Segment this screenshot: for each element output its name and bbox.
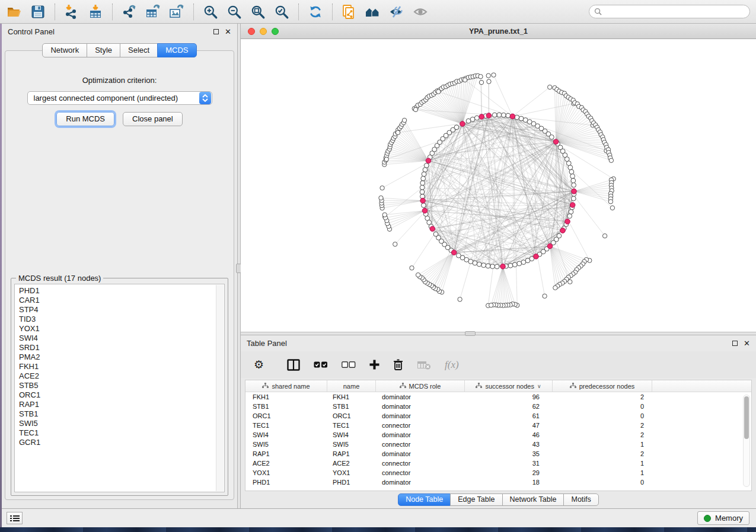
mcds-result-item[interactable]: STB5 xyxy=(19,381,224,390)
graph-node[interactable] xyxy=(479,80,483,84)
table-cell[interactable]: ORC1 xyxy=(327,412,376,419)
mcds-result-item[interactable]: SWI4 xyxy=(19,334,224,343)
refresh-icon[interactable] xyxy=(307,4,324,20)
zoom-out-icon[interactable] xyxy=(226,4,243,20)
close-panel-button[interactable]: Close panel xyxy=(123,112,183,126)
import-network-icon[interactable] xyxy=(63,4,80,20)
graph-node[interactable] xyxy=(521,260,526,265)
graph-node[interactable] xyxy=(463,78,467,82)
table-settings-icon[interactable]: ⚙ xyxy=(254,359,264,370)
zoom-in-icon[interactable] xyxy=(202,4,219,20)
show-columns-icon[interactable] xyxy=(287,359,300,371)
mcds-result-item[interactable]: ORC1 xyxy=(19,390,224,400)
search-field[interactable] xyxy=(589,5,750,18)
table-cell[interactable]: SWI5 xyxy=(327,441,376,448)
table-cell[interactable]: 1 xyxy=(553,460,652,467)
table-cell[interactable]: dominator xyxy=(376,450,465,457)
table-cell[interactable]: 31 xyxy=(465,460,553,467)
table-cell[interactable]: 46 xyxy=(465,431,553,438)
graph-node-mcds[interactable] xyxy=(570,203,575,208)
table-cell[interactable]: TEC1 xyxy=(245,422,327,429)
clone-network-icon[interactable] xyxy=(341,4,358,20)
show-panels-button[interactable] xyxy=(7,512,23,524)
horizontal-splitter[interactable] xyxy=(241,332,756,335)
table-cell[interactable]: SWI4 xyxy=(245,431,327,438)
graph-node[interactable] xyxy=(492,73,496,77)
mcds-result-item[interactable]: GCR1 xyxy=(19,438,224,447)
graph-node-mcds[interactable] xyxy=(422,208,428,213)
graph-node[interactable] xyxy=(571,196,576,201)
mcds-result-item[interactable]: SWI5 xyxy=(19,419,224,428)
window-maximize-icon[interactable] xyxy=(272,28,279,35)
table-cell[interactable]: PHD1 xyxy=(327,479,376,486)
table-row[interactable]: STB1STB1dominator620 xyxy=(245,402,751,411)
graph-node[interactable] xyxy=(502,113,506,117)
save-session-icon[interactable] xyxy=(30,4,46,20)
graph-node[interactable] xyxy=(572,183,576,188)
graph-node[interactable] xyxy=(571,178,576,183)
create-column-icon[interactable] xyxy=(369,360,379,370)
export-image-icon[interactable] xyxy=(168,4,185,20)
table-cell[interactable]: 2 xyxy=(553,422,652,429)
table-cell[interactable]: dominator xyxy=(376,479,465,486)
column-header-shared-name[interactable]: shared name xyxy=(245,380,327,392)
graph-node[interactable] xyxy=(602,234,607,238)
graph-node[interactable] xyxy=(422,172,426,177)
zoom-selected-icon[interactable] xyxy=(273,4,290,20)
table-cell[interactable]: dominator xyxy=(376,393,465,400)
network-canvas[interactable] xyxy=(241,39,756,332)
column-header-predecessor-nodes[interactable]: predecessor nodes xyxy=(553,380,652,392)
graph-node-mcds[interactable] xyxy=(430,226,435,232)
float-panel-icon[interactable] xyxy=(213,29,219,34)
graph-node[interactable] xyxy=(454,125,459,130)
mcds-result-item[interactable]: YOX1 xyxy=(19,324,224,334)
graph-node[interactable] xyxy=(410,266,414,270)
graph-node-mcds[interactable] xyxy=(560,228,566,233)
export-network-icon[interactable] xyxy=(121,4,138,20)
table-cell[interactable]: 0 xyxy=(553,412,652,419)
table-cell[interactable]: STB1 xyxy=(245,403,327,410)
table-cell[interactable]: connector xyxy=(376,441,465,448)
graph-node[interactable] xyxy=(515,115,519,120)
graph-node[interactable] xyxy=(424,163,429,168)
graph-node[interactable] xyxy=(413,107,417,111)
graph-node[interactable] xyxy=(457,253,461,258)
graph-node[interactable] xyxy=(487,79,491,84)
table-cell[interactable]: FKH1 xyxy=(245,393,327,400)
graph-node[interactable] xyxy=(490,264,495,269)
select-all-columns-icon[interactable] xyxy=(314,361,328,368)
hide-selected-icon[interactable] xyxy=(388,4,405,20)
graph-node-mcds[interactable] xyxy=(572,189,577,194)
graph-node-mcds[interactable] xyxy=(553,139,559,145)
graph-node[interactable] xyxy=(474,116,479,120)
graph-node[interactable] xyxy=(421,176,426,181)
graph-node[interactable] xyxy=(458,297,462,302)
graph-node[interactable] xyxy=(517,261,522,266)
graph-node[interactable] xyxy=(548,85,552,89)
table-cell[interactable]: 2 xyxy=(553,393,652,400)
graph-node-mcds[interactable] xyxy=(420,198,426,203)
graph-node[interactable] xyxy=(402,118,406,122)
graph-node[interactable] xyxy=(550,135,554,140)
mcds-result-item[interactable]: ACE2 xyxy=(19,371,224,381)
graph-node-mcds[interactable] xyxy=(486,113,492,118)
tab-node-table[interactable]: Node Table xyxy=(398,493,451,506)
graph-node[interactable] xyxy=(382,213,387,217)
table-cell[interactable]: ORC1 xyxy=(245,412,327,419)
table-cell[interactable]: 1 xyxy=(553,441,652,448)
table-row[interactable]: ACE2ACE2connector311 xyxy=(245,459,751,468)
table-cell[interactable]: 43 xyxy=(465,441,553,448)
graph-node[interactable] xyxy=(489,303,493,307)
table-cell[interactable]: SWI4 xyxy=(327,431,376,438)
table-cell[interactable]: RAP1 xyxy=(245,450,327,457)
column-header-name[interactable]: name xyxy=(327,380,376,392)
graph-node[interactable] xyxy=(470,117,475,122)
graph-node[interactable] xyxy=(508,263,513,268)
graph-node-mcds[interactable] xyxy=(534,254,539,259)
delete-column-icon[interactable] xyxy=(393,359,403,370)
close-panel-icon[interactable]: ✕ xyxy=(225,28,231,36)
mcds-result-item[interactable]: CAR1 xyxy=(19,296,224,305)
table-cell[interactable]: ACE2 xyxy=(327,460,376,467)
tab-network-table[interactable]: Network Table xyxy=(502,493,564,506)
table-cell[interactable]: FKH1 xyxy=(327,393,376,400)
